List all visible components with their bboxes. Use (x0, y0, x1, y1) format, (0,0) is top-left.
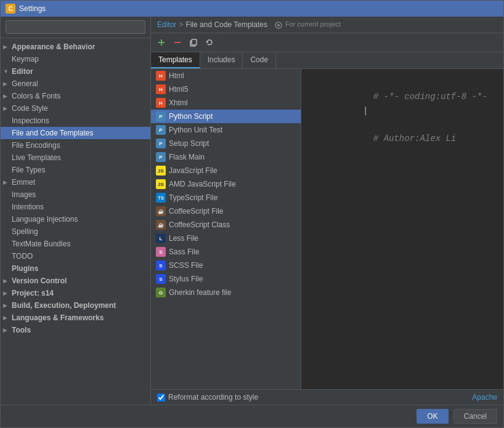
arrow-icon: ▶ (3, 105, 12, 111)
sidebar-item-inspections[interactable]: Inspections (1, 115, 150, 127)
sidebar-item-plugins[interactable]: Plugins (1, 262, 150, 275)
tab-templates[interactable]: Templates (151, 52, 200, 68)
file-label: CoffeeScript File (169, 207, 223, 216)
python-icon: P (156, 139, 166, 148)
tab-includes[interactable]: Includes (200, 52, 243, 68)
footer: OK Cancel (1, 405, 503, 427)
arrow-icon: ▶ (3, 81, 12, 87)
file-item-python-unit-test[interactable]: P Python Unit Test (151, 123, 301, 137)
sidebar-label: Languages & Frameworks (12, 313, 148, 322)
tabs-bar: Templates Includes Code (151, 52, 503, 69)
sidebar-item-livetemplates[interactable]: Live Templates (1, 151, 150, 164)
search-input[interactable] (6, 20, 145, 34)
for-project-label: For current project (275, 20, 341, 28)
file-item-python-script[interactable]: P Python Script (151, 110, 301, 123)
project-icon (275, 22, 282, 29)
sidebar-item-filetypes[interactable]: File Types (1, 164, 150, 176)
apache-link[interactable]: Apache (472, 393, 497, 402)
arrow-icon: ▶ (3, 93, 12, 99)
breadcrumb-current: File and Code Templates (185, 20, 267, 29)
sidebar-item-todo[interactable]: TODO (1, 250, 150, 262)
right-panel: Editor > File and Code Templates For cur… (151, 17, 503, 405)
sidebar-label: Appearance & Behavior (12, 42, 148, 51)
code-line-1: # -*- coding:utf-8 -*- (311, 76, 494, 118)
file-item-html5[interactable]: H Html5 (151, 83, 301, 96)
sidebar-item-langinjections[interactable]: Language Injections (1, 213, 150, 225)
remove-button[interactable] (171, 36, 184, 49)
sidebar-item-fileencodings[interactable]: File Encodings (1, 139, 150, 151)
sidebar-label: Language Injections (12, 215, 148, 224)
reset-button[interactable] (203, 36, 216, 49)
sidebar-item-project[interactable]: ▶ Project: s14 (1, 287, 150, 299)
file-label: Setup Script (169, 139, 209, 148)
svg-point-1 (277, 24, 280, 26)
file-item-stylus[interactable]: S Stylus File (151, 272, 301, 286)
sidebar-item-colors[interactable]: ▶ Colors & Fonts (1, 90, 150, 102)
python-icon: P (156, 125, 166, 135)
sidebar-item-tools[interactable]: ▶ Tools (1, 324, 150, 336)
code-comment-2: # Author:Alex Li (373, 134, 456, 143)
sidebar-label: TextMate Bundles (12, 240, 148, 248)
file-item-gherkin[interactable]: G Gherkin feature file (151, 286, 301, 299)
file-item-html[interactable]: H Html (151, 69, 301, 83)
sidebar-label: Plugins (12, 264, 148, 273)
file-label: JavaScript File (169, 166, 217, 175)
file-label: SCSS File (169, 261, 203, 270)
sidebar-item-textmatebundles[interactable]: TextMate Bundles (1, 238, 150, 250)
file-item-amd-javascript[interactable]: JS AMD JavaScript File (151, 177, 301, 191)
html-icon: H (156, 71, 166, 81)
js-icon: JS (156, 179, 166, 189)
tab-code[interactable]: Code (243, 52, 276, 68)
reset-icon (205, 38, 214, 47)
file-item-coffeescript-file[interactable]: ☕ CoffeeScript File (151, 204, 301, 218)
sidebar-item-general[interactable]: ▶ General (1, 78, 150, 90)
add-icon (157, 38, 166, 47)
sidebar-label: General (12, 79, 148, 88)
sidebar-label: Colors & Fonts (12, 92, 148, 100)
sidebar-item-intentions[interactable]: Intentions (1, 201, 150, 213)
arrow-icon: ▶ (3, 302, 12, 309)
search-box (1, 17, 150, 38)
copy-button[interactable] (187, 36, 200, 49)
file-item-less[interactable]: L Less File (151, 232, 301, 245)
add-button[interactable] (155, 36, 168, 49)
sidebar-item-filecodetemplates[interactable]: File and Code Templates (1, 127, 150, 139)
breadcrumb-separator: > (179, 20, 183, 29)
file-item-sass[interactable]: S Sass File (151, 245, 301, 259)
sidebar-item-spelling[interactable]: Spelling (1, 225, 150, 238)
sidebar-item-versioncontrol[interactable]: ▶ Version Control (1, 275, 150, 287)
file-label: TypeScript File (169, 193, 217, 202)
breadcrumb-parent[interactable]: Editor (157, 20, 176, 29)
sidebar-item-buildexec[interactable]: ▶ Build, Execution, Deployment (1, 299, 150, 312)
gherkin-icon: G (156, 288, 166, 297)
file-item-flask-main[interactable]: P Flask Main (151, 150, 301, 164)
copy-icon (189, 38, 198, 47)
sidebar-label: Live Templates (12, 153, 148, 162)
file-item-javascript[interactable]: JS JavaScript File (151, 164, 301, 177)
sidebar-item-images[interactable]: Images (1, 188, 150, 201)
title-bar: C Settings (1, 1, 503, 17)
sidebar-item-appearance[interactable]: ▶ Appearance & Behavior (1, 41, 150, 53)
file-item-scss[interactable]: S SCSS File (151, 259, 301, 272)
file-item-xhtml[interactable]: H Xhtml (151, 96, 301, 110)
sidebar-label: Keymap (12, 55, 148, 63)
file-label: Less File (169, 234, 198, 243)
sidebar-item-codestyle[interactable]: ▶ Code Style (1, 102, 150, 115)
html-icon: H (156, 84, 166, 94)
file-item-typescript[interactable]: TS TypeScript File (151, 191, 301, 204)
sidebar-item-langframeworks[interactable]: ▶ Languages & Frameworks (1, 312, 150, 324)
sidebar-item-keymap[interactable]: Keymap (1, 53, 150, 65)
ok-button[interactable]: OK (417, 409, 448, 424)
file-label: Python Unit Test (169, 126, 222, 134)
sidebar-label: Editor (12, 67, 148, 76)
file-item-setup-script[interactable]: P Setup Script (151, 137, 301, 150)
reformat-checkbox-wrap[interactable]: Reformat according to style (157, 393, 258, 402)
sidebar-item-emmet[interactable]: ▶ Emmet (1, 176, 150, 188)
reformat-label: Reformat according to style (168, 393, 258, 402)
sidebar-label: Project: s14 (12, 289, 148, 297)
code-editor[interactable]: # -*- coding:utf-8 -*- # Author:Alex Li (301, 69, 503, 389)
sidebar-item-editor[interactable]: ▼ Editor (1, 65, 150, 78)
reformat-checkbox[interactable] (157, 394, 165, 402)
cancel-button[interactable]: Cancel (453, 409, 497, 424)
file-item-coffeescript-class[interactable]: ☕ CoffeeScript Class (151, 218, 301, 232)
